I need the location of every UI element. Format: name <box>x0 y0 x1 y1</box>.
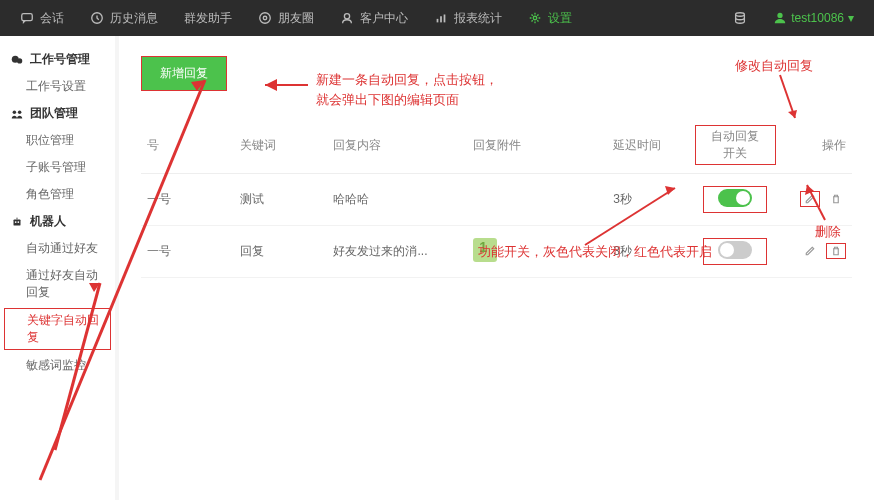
svg-point-17 <box>17 221 19 223</box>
svg-rect-15 <box>14 219 21 225</box>
delete-icon[interactable] <box>826 191 846 207</box>
svg-rect-6 <box>440 16 442 22</box>
cell-content: 好友发过来的消... <box>327 226 467 278</box>
nav-label: 设置 <box>548 10 572 27</box>
add-reply-button[interactable]: 新增回复 <box>141 56 227 91</box>
user-menu[interactable]: test10086▾ <box>773 11 854 25</box>
cell-delay: 3秒 <box>607 226 689 278</box>
nav-broadcast[interactable]: 群发助手 <box>184 10 232 27</box>
table-row: 一号 测试 哈哈哈 3秒 <box>141 174 852 226</box>
svg-point-3 <box>263 16 267 20</box>
cell-ops <box>782 174 852 226</box>
svg-rect-5 <box>437 19 439 23</box>
svg-point-2 <box>260 13 271 24</box>
svg-rect-7 <box>444 15 446 23</box>
chat-icon <box>20 11 34 25</box>
nav-history[interactable]: 历史消息 <box>90 10 158 27</box>
nav-label: 报表统计 <box>454 10 502 27</box>
svg-rect-0 <box>22 14 33 21</box>
svg-point-9 <box>736 13 745 17</box>
cell-delay: 3秒 <box>607 174 689 226</box>
svg-point-4 <box>344 14 349 19</box>
col-attach: 回复附件 <box>467 117 607 174</box>
top-navbar: 会话 历史消息 群发助手 朋友圈 客户中心 报表统计 设置 test10086▾ <box>0 0 874 36</box>
col-content: 回复内容 <box>327 117 467 174</box>
table-row: 一号 回复 好友发过来的消... 3秒 <box>141 226 852 278</box>
sidebar-item-position[interactable]: 职位管理 <box>0 127 115 154</box>
team-icon <box>10 107 24 121</box>
sidebar-section-worknum: 工作号管理 <box>0 46 115 73</box>
sidebar-section-team: 团队管理 <box>0 100 115 127</box>
col-name: 号 <box>141 117 234 174</box>
cell-toggle <box>689 174 782 226</box>
sidebar-section-robot: 机器人 <box>0 208 115 235</box>
col-toggle: 自动回复开关 <box>689 117 782 174</box>
history-icon <box>90 11 104 25</box>
edit-icon[interactable] <box>800 191 820 207</box>
nav-label: 历史消息 <box>110 10 158 27</box>
customer-icon <box>340 11 354 25</box>
moments-icon <box>258 11 272 25</box>
stats-icon <box>434 11 448 25</box>
avatar-icon <box>773 11 787 25</box>
sidebar-item-autofriend[interactable]: 自动通过好友 <box>0 235 115 262</box>
cell-name: 一号 <box>141 226 234 278</box>
nav-label: 会话 <box>40 10 64 27</box>
svg-point-8 <box>533 16 537 20</box>
wechat-icon <box>10 53 24 67</box>
sidebar: 工作号管理 工作号设置 团队管理 职位管理 子账号管理 角色管理 机器人 自动通… <box>0 36 115 500</box>
nav-stats[interactable]: 报表统计 <box>434 10 502 27</box>
sidebar-item-subaccount[interactable]: 子账号管理 <box>0 154 115 181</box>
edit-icon[interactable] <box>800 243 820 259</box>
cell-attach <box>467 174 607 226</box>
cell-keyword: 测试 <box>234 174 327 226</box>
auto-reply-table: 号 关键词 回复内容 回复附件 延迟时间 自动回复开关 操作 一号 测试 哈哈哈… <box>141 117 852 278</box>
cell-content: 哈哈哈 <box>327 174 467 226</box>
nav-moments[interactable]: 朋友圈 <box>258 10 314 27</box>
nav-customer[interactable]: 客户中心 <box>340 10 408 27</box>
svg-point-10 <box>778 13 783 18</box>
main-content: 新增回复 号 关键词 回复内容 回复附件 延迟时间 自动回复开关 操作 一号 测… <box>119 36 874 500</box>
nav-label: 朋友圈 <box>278 10 314 27</box>
nav-chat[interactable]: 会话 <box>20 10 64 27</box>
database-icon[interactable] <box>733 11 747 25</box>
username: test10086 <box>791 11 844 25</box>
cell-keyword: 回复 <box>234 226 327 278</box>
cell-name: 一号 <box>141 174 234 226</box>
svg-point-13 <box>13 110 17 114</box>
settings-icon <box>528 11 542 25</box>
table-header-row: 号 关键词 回复内容 回复附件 延迟时间 自动回复开关 操作 <box>141 117 852 174</box>
sidebar-item-friendreply[interactable]: 通过好友自动回复 <box>0 262 115 306</box>
col-ops: 操作 <box>782 117 852 174</box>
delete-icon[interactable] <box>826 243 846 259</box>
nav-settings[interactable]: 设置 <box>528 10 572 27</box>
cell-ops <box>782 226 852 278</box>
chevron-down-icon: ▾ <box>848 11 854 25</box>
cell-toggle <box>689 226 782 278</box>
svg-point-14 <box>18 110 22 114</box>
sidebar-item-keywordreply[interactable]: 关键字自动回复 <box>4 308 111 350</box>
sidebar-item-worknum-settings[interactable]: 工作号设置 <box>0 73 115 100</box>
sidebar-item-role[interactable]: 角色管理 <box>0 181 115 208</box>
sidebar-item-sensitive[interactable]: 敏感词监控 <box>0 352 115 379</box>
nav-label: 群发助手 <box>184 10 232 27</box>
cell-attach <box>467 226 607 278</box>
col-delay: 延迟时间 <box>607 117 689 174</box>
toggle-switch-off[interactable] <box>718 241 752 259</box>
svg-point-16 <box>15 221 17 223</box>
toggle-switch-on[interactable] <box>718 189 752 207</box>
col-keyword: 关键词 <box>234 117 327 174</box>
attachment-thumb[interactable] <box>473 238 497 262</box>
svg-point-12 <box>17 58 22 63</box>
nav-label: 客户中心 <box>360 10 408 27</box>
robot-icon <box>10 215 24 229</box>
